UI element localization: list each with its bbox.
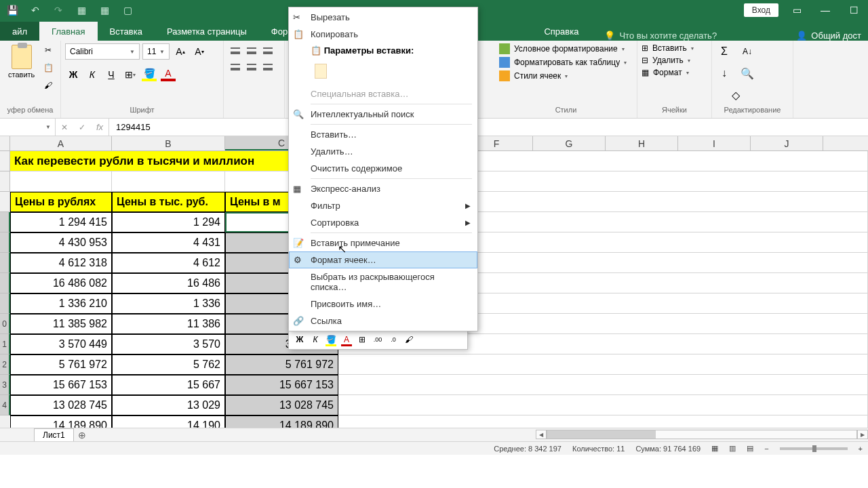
ctx-insert-comment[interactable]: 📝 Вставить примечание <box>289 235 477 251</box>
data-cell[interactable]: 5 761 972 <box>225 354 338 375</box>
borders-button[interactable]: ⊞▾ <box>122 66 138 83</box>
font-color-button[interactable]: A <box>160 66 176 83</box>
row-header[interactable] <box>0 212 10 232</box>
find-button[interactable]: 🔍 <box>739 65 755 81</box>
tab-help[interactable]: Справка <box>532 22 591 41</box>
ctx-define-name[interactable]: Присвоить имя… <box>289 296 477 312</box>
qat-box-icon[interactable]: ▢ <box>119 2 136 18</box>
insert-cells-button[interactable]: ⊞ Вставить▾ <box>642 43 694 53</box>
ctx-link[interactable]: 🔗 Ссылка <box>289 312 477 329</box>
fx-icon[interactable]: fx <box>91 122 108 132</box>
zoom-slider[interactable] <box>780 447 848 450</box>
col-header-i[interactable]: I <box>678 136 751 150</box>
col-header-j[interactable]: J <box>751 136 823 150</box>
row-header[interactable] <box>0 151 10 171</box>
italic-button[interactable]: К <box>84 66 100 83</box>
tab-insert[interactable]: Вставка <box>98 22 155 41</box>
data-cell[interactable]: 4 431 <box>112 232 225 253</box>
align-middle-icon[interactable] <box>244 43 259 58</box>
ctx-cut[interactable]: ✂ Вырезать <box>289 9 477 26</box>
data-cell[interactable]: 15 667 <box>112 375 225 395</box>
data-cell[interactable]: 3 570 <box>112 334 225 354</box>
cut-icon[interactable]: ✂ <box>41 43 55 57</box>
row-header[interactable] <box>0 253 10 273</box>
delete-cells-button[interactable]: ⊟ Удалить▾ <box>642 56 694 65</box>
share-button[interactable]: 👤 Общий дост <box>796 30 861 41</box>
row-header[interactable] <box>0 293 10 314</box>
decrease-font-icon[interactable]: A▾ <box>191 43 208 60</box>
paste-option-button[interactable] <box>311 61 331 81</box>
add-sheet-button[interactable]: ⊕ <box>75 430 89 441</box>
col-header-b[interactable]: B <box>112 136 225 150</box>
row-header[interactable]: 4 <box>0 395 10 415</box>
mini-decrease-decimal-icon[interactable]: .0 <box>387 333 400 346</box>
col-header-a[interactable]: A <box>10 136 112 150</box>
ctx-copy[interactable]: 📋 Копировать <box>289 26 477 43</box>
copy-icon[interactable]: 📋 <box>41 61 55 75</box>
mini-format-painter-icon[interactable]: 🖌 <box>402 333 416 346</box>
sort-filter-button[interactable]: A↓ <box>739 43 755 60</box>
increase-font-icon[interactable]: A▴ <box>172 43 189 60</box>
data-cell[interactable]: 5 762 <box>112 354 225 375</box>
mini-font-color-icon[interactable]: A <box>340 333 353 346</box>
data-cell[interactable]: 1 294 <box>112 212 225 232</box>
qat-grid-icon[interactable]: ▦ <box>73 2 90 18</box>
minimize-icon[interactable]: — <box>815 5 835 16</box>
col-header-h[interactable]: H <box>606 136 678 150</box>
formula-input[interactable]: 1294415 <box>109 119 868 136</box>
ctx-format-cells[interactable]: ⚙ Формат ячеек… <box>289 251 477 268</box>
view-pagebreak-icon[interactable]: ▤ <box>747 444 753 453</box>
maximize-icon[interactable]: ☐ <box>844 5 864 16</box>
data-cell[interactable]: 1 294 415 <box>10 212 112 232</box>
format-as-table-button[interactable]: Форматировать как таблицу▾ <box>499 57 627 68</box>
view-layout-icon[interactable]: ▥ <box>729 444 736 453</box>
cancel-formula-icon[interactable]: ✕ <box>56 123 73 132</box>
ctx-clear[interactable]: Очистить содержимое <box>289 160 477 177</box>
data-cell[interactable]: 4 612 318 <box>10 253 112 273</box>
horizontal-scrollbar[interactable]: ◀ ▶ <box>536 430 868 439</box>
view-normal-icon[interactable]: ▦ <box>711 444 718 453</box>
data-cell[interactable]: 4 430 953 <box>10 232 112 253</box>
underline-button[interactable]: Ч <box>103 66 119 83</box>
row-header[interactable] <box>0 232 10 253</box>
row-header[interactable]: 3 <box>0 375 10 395</box>
data-cell[interactable]: 13 028 745 <box>10 395 112 415</box>
font-name-select[interactable]: Calibri▼ <box>65 43 140 60</box>
format-painter-icon[interactable]: 🖌 <box>41 79 55 92</box>
align-bottom-icon[interactable] <box>260 43 275 58</box>
cell-styles-button[interactable]: Стили ячеек▾ <box>499 70 627 81</box>
mini-borders-icon[interactable]: ⊞ <box>355 333 369 346</box>
ctx-delete[interactable]: Удалить… <box>289 143 477 160</box>
data-cell[interactable]: 4 612 <box>112 253 225 273</box>
data-cell[interactable]: 16 486 <box>112 273 225 293</box>
row-header[interactable]: 2 <box>0 354 10 375</box>
row-header[interactable] <box>0 192 10 212</box>
ctx-pick-from-list[interactable]: Выбрать из раскрывающегося списка… <box>289 268 477 296</box>
align-top-icon[interactable] <box>228 43 243 58</box>
ctx-sort[interactable]: Сортировка▶ <box>289 214 477 231</box>
header-cell[interactable]: Цены в рублях <box>10 192 112 212</box>
fill-button[interactable]: ↓ <box>716 65 732 81</box>
ctx-smart-lookup[interactable]: 🔍 Интеллектуальный поиск <box>289 106 477 123</box>
row-header[interactable]: 0 <box>0 314 10 334</box>
mini-fill-icon[interactable]: 🪣 <box>324 333 338 346</box>
data-cell[interactable]: 11 385 982 <box>10 314 112 334</box>
name-box[interactable]: ▼ <box>0 119 56 136</box>
enter-formula-icon[interactable]: ✓ <box>73 123 91 132</box>
login-button[interactable]: Вход <box>744 3 778 17</box>
font-size-select[interactable]: 11▼ <box>142 43 170 60</box>
row-header[interactable] <box>0 273 10 293</box>
tell-me-search[interactable]: 💡 Что вы хотите сделать? <box>604 30 717 41</box>
data-cell[interactable]: 3 570 449 <box>10 334 112 354</box>
data-cell[interactable]: 1 336 210 <box>10 293 112 314</box>
header-cell[interactable]: Цены в тыс. руб. <box>112 192 225 212</box>
tab-home[interactable]: Главная <box>39 22 97 41</box>
ribbon-display-icon[interactable]: ▭ <box>787 5 807 16</box>
zoom-out-icon[interactable]: − <box>764 445 768 453</box>
paste-button[interactable]: ставить <box>4 43 39 80</box>
ctx-insert[interactable]: Вставить… <box>289 126 477 143</box>
ctx-quick-analysis[interactable]: ▦ Экспресс-анализ <box>289 180 477 197</box>
mini-italic-button[interactable]: К <box>309 333 322 346</box>
zoom-in-icon[interactable]: + <box>859 445 863 453</box>
align-left-icon[interactable] <box>228 60 243 75</box>
